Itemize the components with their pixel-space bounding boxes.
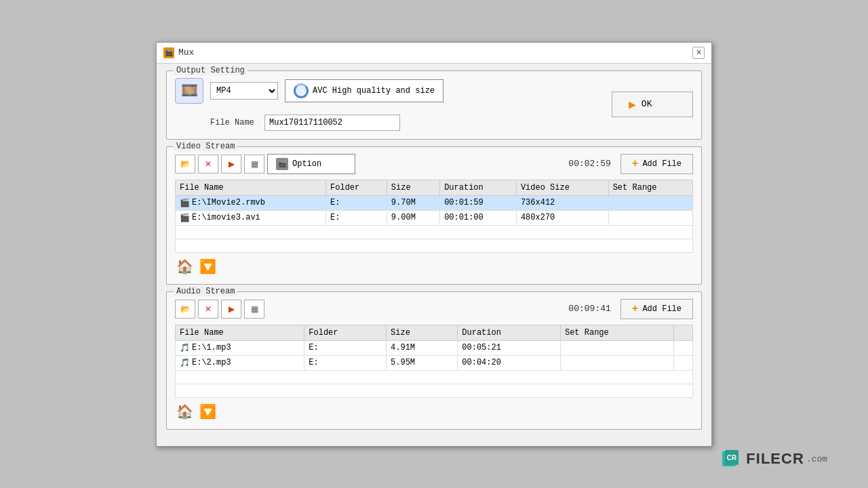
video-grid-button[interactable]: ▦ (244, 155, 264, 174)
audio-col-folder: Folder (304, 325, 387, 340)
table-row-empty (176, 239, 693, 252)
table-row[interactable]: 🎬E:\IMovie2.rmvb E: 9.70M 00:01:59 736x4… (176, 195, 693, 210)
audio-col-extra (674, 325, 693, 340)
audio-stream-section: Audio Stream 📂 ✕ ▶ ▦ 00:09:41 + Add File… (166, 291, 702, 430)
watermark-label: FILECR (746, 450, 804, 468)
video-col-duration: Duration (440, 180, 517, 195)
video-move-buttons: 🏠 🔽 (175, 257, 693, 276)
audio-plus-icon: + (632, 303, 639, 315)
cell-duration: 00:05:21 (458, 340, 561, 355)
cell-setrange (560, 355, 673, 370)
output-setting-section: Output Setting 🎞️ MP4 AVI MKV MOV AV (166, 70, 702, 140)
mux-window: 🎬 Mux ✕ Output Setting 🎞️ MP4 AVI MKV MO… (156, 42, 712, 447)
video-col-videosize: Video Size (516, 180, 608, 195)
video-col-size: Size (387, 180, 439, 195)
audio-move-buttons: 🏠 🔽 (175, 402, 693, 421)
cell-filename: 🎬E:\IMovie2.rmvb (176, 195, 326, 210)
cell-folder: E: (326, 210, 387, 225)
svg-text:CR: CR (727, 454, 737, 462)
cell-folder: E: (326, 195, 387, 210)
filename-input[interactable] (264, 115, 400, 131)
video-add-file-button[interactable]: + Add File (620, 154, 693, 174)
video-remove-button[interactable]: ✕ (198, 155, 218, 174)
window-title: Mux (178, 47, 194, 58)
file-icon: 🎬 (180, 198, 189, 207)
audio-add-label: Add File (642, 304, 682, 314)
cell-duration: 00:01:59 (440, 195, 517, 210)
cell-folder: E: (304, 355, 387, 370)
video-move-down-button[interactable]: 🔽 (198, 257, 217, 276)
ok-label: OK (642, 99, 652, 109)
cell-duration: 00:04:20 (458, 355, 561, 370)
table-row-empty (176, 225, 693, 239)
cell-size: 9.70M (387, 195, 439, 210)
avc-icon (294, 83, 309, 98)
video-file-table: File Name Folder Size Duration Video Siz… (175, 180, 693, 253)
format-icon: 🎞️ (175, 78, 203, 104)
option-label: Option (292, 159, 321, 169)
video-move-up-button[interactable]: 🏠 (175, 257, 194, 276)
option-icon: 🎬 (276, 158, 288, 170)
audio-col-setrange: Set Range (560, 325, 673, 340)
video-col-folder: Folder (326, 180, 387, 195)
title-bar-left: 🎬 Mux (163, 47, 194, 58)
cell-filename: 🎵E:\2.mp3 (176, 355, 304, 370)
audio-play-button[interactable]: ▶ (221, 300, 241, 319)
video-add-label: Add File (642, 159, 682, 169)
table-row-empty (176, 370, 693, 384)
watermark-com: .com (806, 454, 827, 464)
cell-filename: 🎬E:\imovie3.avi (176, 210, 326, 225)
cell-duration: 00:01:00 (440, 210, 517, 225)
window-body: Output Setting 🎞️ MP4 AVI MKV MOV AV (157, 64, 711, 446)
cell-extra (674, 355, 693, 370)
video-stream-section: Video Stream 📂 ✕ ▶ ▦ 🎬 Option 00:02:59 +… (166, 146, 702, 285)
table-row[interactable]: 🎵E:\2.mp3 E: 5.95M 00:04:20 (176, 355, 693, 370)
video-col-filename: File Name (176, 180, 326, 195)
audio-open-button[interactable]: 📂 (175, 300, 195, 319)
audio-move-down-button[interactable]: 🔽 (198, 402, 217, 421)
video-stream-label: Video Stream (174, 142, 237, 151)
audio-add-file-button[interactable]: + Add File (620, 299, 693, 319)
audio-col-filename: File Name (176, 325, 304, 340)
cell-extra (674, 340, 693, 355)
video-toolbar: 📂 ✕ ▶ ▦ 🎬 Option 00:02:59 + Add File (175, 154, 693, 174)
audio-file-table: File Name Folder Size Duration Set Range… (175, 325, 693, 398)
avc-button[interactable]: AVC High quality and size (285, 79, 443, 102)
ok-button[interactable]: ▶ OK (612, 92, 693, 117)
file-icon: 🎬 (180, 213, 189, 222)
format-row: 🎞️ MP4 AVI MKV MOV AVC High quality and … (175, 78, 605, 104)
video-option-button[interactable]: 🎬 Option (267, 154, 355, 174)
plus-icon: + (632, 158, 639, 170)
cell-size: 5.95M (387, 355, 458, 370)
audio-file-icon: 🎵 (180, 358, 189, 367)
table-row-empty (176, 384, 693, 397)
filecr-logo-icon: CR (722, 450, 744, 468)
avc-label: AVC High quality and size (313, 86, 435, 96)
table-row[interactable]: 🎬E:\imovie3.avi E: 9.00M 00:01:00 480x27… (176, 210, 693, 225)
ok-arrow-icon: ▶ (629, 97, 636, 112)
video-col-setrange: Set Range (608, 180, 692, 195)
audio-move-up-button[interactable]: 🏠 (175, 402, 194, 421)
cell-filename: 🎵E:\1.mp3 (176, 340, 304, 355)
video-time: 00:02:59 (568, 159, 610, 169)
filename-label: File Name (210, 118, 258, 127)
filename-row: File Name (210, 115, 605, 131)
cell-setrange (608, 195, 692, 210)
table-row[interactable]: 🎵E:\1.mp3 E: 4.91M 00:05:21 (176, 340, 693, 355)
video-play-button[interactable]: ▶ (221, 155, 241, 174)
output-setting-label: Output Setting (174, 66, 248, 75)
audio-file-icon: 🎵 (180, 343, 189, 352)
app-icon: 🎬 (163, 47, 174, 58)
cell-folder: E: (304, 340, 387, 355)
format-select[interactable]: MP4 AVI MKV MOV (210, 82, 278, 100)
audio-stream-label: Audio Stream (174, 287, 237, 296)
audio-col-size: Size (387, 325, 458, 340)
cell-setrange (560, 340, 673, 355)
audio-remove-button[interactable]: ✕ (198, 300, 218, 319)
audio-grid-button[interactable]: ▦ (244, 300, 264, 319)
audio-time: 00:09:41 (568, 304, 610, 314)
video-open-button[interactable]: 📂 (175, 155, 195, 174)
close-button[interactable]: ✕ (692, 47, 705, 59)
cell-videosize: 736x412 (516, 195, 608, 210)
audio-toolbar: 📂 ✕ ▶ ▦ 00:09:41 + Add File (175, 299, 693, 319)
